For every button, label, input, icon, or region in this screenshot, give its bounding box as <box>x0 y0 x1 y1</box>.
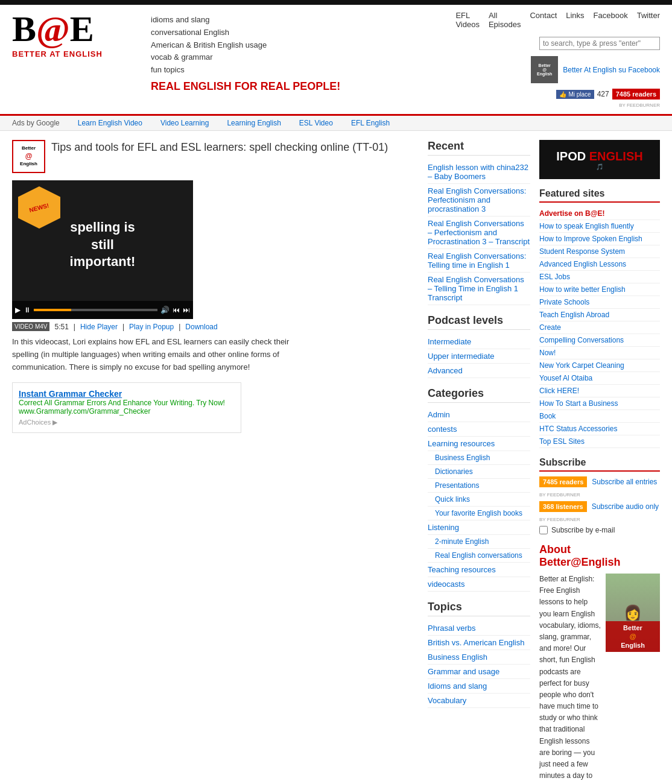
search-input[interactable] <box>539 37 660 50</box>
progress-bar[interactable] <box>34 309 157 311</box>
cat-learning-resources[interactable]: Learning resources <box>428 437 530 451</box>
featured-advertise[interactable]: Advertise on B@E! <box>539 207 660 220</box>
featured-link-18[interactable]: Top ESL Sites <box>539 435 660 448</box>
cat-real-english[interactable]: Real English conversations <box>428 549 530 563</box>
recent-item-1[interactable]: English lesson with china232 – Baby Boom… <box>428 160 530 184</box>
nav-links[interactable]: Links <box>566 11 584 29</box>
nav-efl-videos[interactable]: EFL Videos <box>455 11 480 29</box>
recent-section: Recent English lesson with china232 – Ba… <box>428 140 530 305</box>
ipod-banner-text: IPOD ENGLISH 🎵 <box>556 150 642 170</box>
recent-item-3[interactable]: Real English Conversations – Perfectioni… <box>428 217 530 249</box>
featured-link-14[interactable]: Click HERE! <box>539 385 660 397</box>
by-feedburner: BY FEEDBURNER <box>619 103 660 108</box>
fb-logo-text: Better@English <box>537 63 552 76</box>
cat-contests[interactable]: contests <box>428 422 530 437</box>
logo-area: B@E BETTER AT ENGLISH <box>12 11 145 58</box>
search-box <box>539 37 660 50</box>
header-right: EFL Videos All Episodes Contact Links Fa… <box>491 11 660 108</box>
video-duration: 5:51 <box>54 323 68 331</box>
recent-item-2[interactable]: Real English Conversations: Perfectionis… <box>428 184 530 217</box>
featured-link-11[interactable]: Now! <box>539 347 660 359</box>
nav-twitter[interactable]: Twitter <box>637 11 660 29</box>
cat-listening[interactable]: Listening <box>428 520 530 535</box>
featured-link-13[interactable]: Yousef Al Otaiba <box>539 372 660 385</box>
hide-player-link[interactable]: Hide Player <box>80 323 118 331</box>
topic-vocabulary[interactable]: Vocabulary <box>428 694 530 708</box>
bullet-2: conversational English <box>151 27 485 39</box>
cat-business-english[interactable]: Business English <box>428 451 530 465</box>
subscribe-all-link[interactable]: Subscribe all entries <box>592 478 657 486</box>
play-popup-link[interactable]: Play in Popup <box>129 323 174 331</box>
prev-icon[interactable]: ⏮ <box>173 306 180 314</box>
nav-all-episodes[interactable]: All Episodes <box>489 11 521 29</box>
header-tagline: REAL ENGLISH FOR REAL PEOPLE! <box>151 80 485 93</box>
cat-fav-books[interactable]: Your favorite English books <box>428 507 530 520</box>
featured-link-4[interactable]: Advanced English Lessons <box>539 258 660 271</box>
featured-link-3[interactable]: Student Response System <box>539 245 660 258</box>
adbar-link-3[interactable]: Learning English <box>227 119 281 127</box>
level-upper-intermediate[interactable]: Upper intermediate <box>428 349 530 364</box>
adbar-link-2[interactable]: Video Learning <box>160 119 209 127</box>
topic-grammar[interactable]: Grammar and usage <box>428 665 530 679</box>
next-icon[interactable]: ⏭ <box>183 306 190 314</box>
featured-link-12[interactable]: New York Carpet Cleaning <box>539 359 660 372</box>
main-container: Better@English Tips and tools for EFL an… <box>0 131 672 784</box>
pause-icon[interactable]: ⏸ <box>24 306 31 314</box>
featured-link-6[interactable]: How to write better English <box>539 283 660 296</box>
nav-facebook[interactable]: Facebook <box>594 11 628 29</box>
recent-item-5[interactable]: Real English Conversations – Telling Tim… <box>428 273 530 305</box>
thumbs-up-icon: 👍 <box>559 91 566 98</box>
email-checkbox[interactable] <box>539 526 548 534</box>
logo-e: E <box>70 9 94 49</box>
about-title-part2: Better <box>539 556 571 568</box>
featured-link-15[interactable]: How To Start a Business <box>539 397 660 410</box>
level-advanced[interactable]: Advanced <box>428 364 530 378</box>
level-intermediate[interactable]: Intermediate <box>428 335 530 349</box>
featured-link-9[interactable]: Create <box>539 321 660 334</box>
bullet-4: vocab & grammar <box>151 51 485 64</box>
recent-item-4[interactable]: Real English Conversations: Telling time… <box>428 249 530 273</box>
cat-2min-english[interactable]: 2-minute English <box>428 535 530 549</box>
cat-teaching-resources[interactable]: Teaching resources <box>428 563 530 577</box>
adbar-link-4[interactable]: ESL Video <box>299 119 333 127</box>
featured-link-8[interactable]: Teach English Abroad <box>539 309 660 321</box>
cat-quick-links[interactable]: Quick links <box>428 493 530 507</box>
cat-presentations[interactable]: Presentations <box>428 479 530 493</box>
cat-dictionaries[interactable]: Dictionaries <box>428 465 530 479</box>
video-player[interactable]: NEWS! spelling is still important! ▶ ⏸ 🔊… <box>12 180 193 319</box>
adbar-link-5[interactable]: EFL English <box>351 119 390 127</box>
adbar-link-1[interactable]: Learn English Video <box>78 119 142 127</box>
content-area: Better@English Tips and tools for EFL an… <box>12 140 419 784</box>
topic-idioms[interactable]: Idioms and slang <box>428 679 530 694</box>
play-icon[interactable]: ▶ <box>15 306 21 314</box>
featured-link-16[interactable]: Book <box>539 410 660 423</box>
volume-icon[interactable]: 🔊 <box>160 306 170 314</box>
featured-link-2[interactable]: How to Improve Spoken English <box>539 233 660 245</box>
featured-link-5[interactable]: ESL Jobs <box>539 271 660 283</box>
about-section: About Better@English Better at English: … <box>539 543 660 784</box>
subscribe-audio-link[interactable]: Subscribe audio only <box>592 502 659 511</box>
topics-section: Topics Phrasal verbs British vs. America… <box>428 601 530 708</box>
topics-title: Topics <box>428 601 530 616</box>
fb-logo: Better@English <box>531 56 558 83</box>
fb-link[interactable]: Better At English su Facebook <box>563 66 660 74</box>
ad-title[interactable]: Instant Grammar Checker <box>19 389 235 399</box>
fb-area: Better@English Better At English su Face… <box>531 56 660 83</box>
about-title: About Better@English <box>539 543 660 569</box>
topic-business-english[interactable]: Business English <box>428 650 530 665</box>
featured-link-10[interactable]: Compelling Conversations <box>539 334 660 347</box>
download-link[interactable]: Download <box>185 323 217 331</box>
topic-british-american[interactable]: British vs. American English <box>428 636 530 650</box>
ad-choices[interactable]: AdChoices ▶ <box>19 419 235 426</box>
featured-link-1[interactable]: How to speak English fluently <box>539 220 660 233</box>
featured-link-17[interactable]: HTC Status Accessories <box>539 423 660 435</box>
ad-url: www.Grammarly.com/Grammar_Checker <box>19 407 235 416</box>
cat-videocasts[interactable]: videocasts <box>428 577 530 592</box>
progress-fill <box>34 309 71 311</box>
topic-phrasal-verbs[interactable]: Phrasal verbs <box>428 621 530 636</box>
nav-contact[interactable]: Contact <box>530 11 557 29</box>
cat-admin[interactable]: Admin <box>428 408 530 422</box>
featured-link-7[interactable]: Private Schools <box>539 296 660 309</box>
email-sub-row: Subscribe by e-mail <box>539 526 660 534</box>
mi-place-btn[interactable]: 👍 Mi place <box>556 90 594 99</box>
